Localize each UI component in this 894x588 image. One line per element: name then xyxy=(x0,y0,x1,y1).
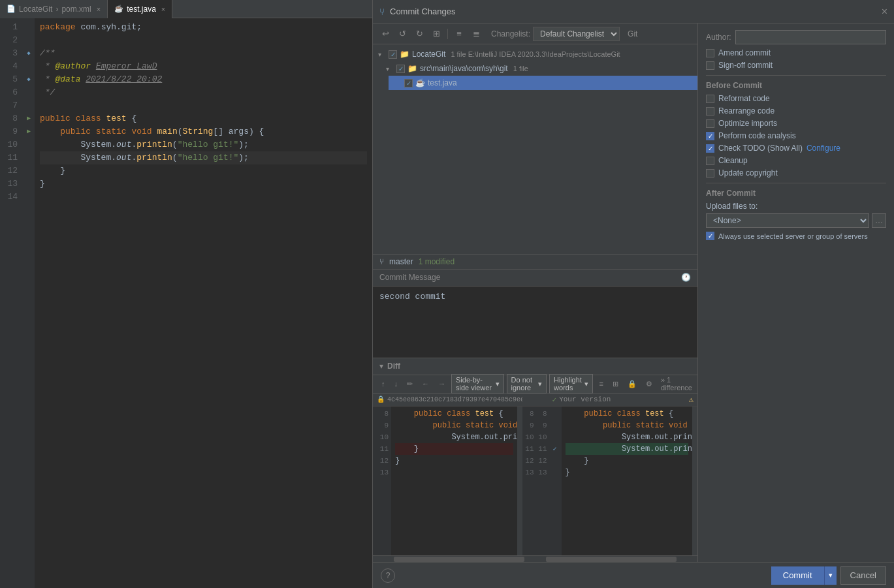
code-line-4: * @author Emperor_LawD xyxy=(40,60,367,73)
diff-hscroll[interactable] xyxy=(373,555,697,562)
diff-right-label: Your version xyxy=(559,395,611,403)
arrow-8[interactable]: ▶ xyxy=(27,112,31,125)
diff-btn-b[interactable]: ⊞ xyxy=(609,379,622,390)
diff-center-left-nums: 8910111213 xyxy=(522,407,535,556)
amend-commit-checkbox[interactable] xyxy=(706,49,714,57)
diff-collapse-arrow[interactable]: ▾ xyxy=(379,362,383,371)
upload-select[interactable]: <None> xyxy=(706,213,869,228)
check-todo-row: ✓ Check TODO (Show All) Configure xyxy=(706,144,886,153)
tab-close-pom[interactable]: × xyxy=(97,5,101,13)
diff-btn-a[interactable]: ≡ xyxy=(596,379,606,389)
tree-checkbox-src[interactable]: ✓ xyxy=(396,65,405,73)
author-row: Author: xyxy=(706,30,886,44)
tree-item-testjava[interactable]: ▾ ✓ ☕ test.java xyxy=(389,76,697,90)
commit-dropdown-button[interactable]: ▾ xyxy=(825,566,837,585)
changelist-select[interactable]: Default Changelist xyxy=(533,27,620,41)
status-bar: ⑂ master 1 modified xyxy=(373,254,697,270)
tree-label-locategit: LocateGit xyxy=(412,50,445,59)
always-use-row: ✓ Always use selected server or group of… xyxy=(706,232,886,241)
diff-center-nums: 8910111213 8910111213 xyxy=(522,394,549,556)
optimize-row: Optimize imports xyxy=(706,119,886,128)
toolbar-btn-6[interactable]: ≣ xyxy=(469,27,483,41)
close-button[interactable]: × xyxy=(882,6,887,18)
upload-label: Upload files to: xyxy=(706,202,886,211)
tab-label-java: test.java xyxy=(127,5,156,14)
always-use-checkbox[interactable]: ✓ xyxy=(706,232,714,240)
tree-arrow-locategit: ▾ xyxy=(378,51,386,58)
toolbar-btn-1[interactable]: ↩ xyxy=(378,27,392,41)
diff-left-hash: 4c45ee863c210c7183d79397e470485c9ee63ea7 xyxy=(387,396,522,403)
diff-edit-btn[interactable]: ✏ xyxy=(404,379,416,390)
diff-prev-btn[interactable]: ← xyxy=(419,379,432,389)
reformat-row: Reformat code xyxy=(706,94,886,103)
signoff-checkbox[interactable] xyxy=(706,61,714,70)
toolbar-btn-2[interactable]: ↺ xyxy=(395,27,409,41)
tree-item-src[interactable]: ▾ ✓ 📁 src\main\java\com\syh\git 1 file xyxy=(381,61,697,76)
commit-msg-input[interactable]: second commit xyxy=(373,286,697,358)
dialog-body: ↩ ↺ ↻ ⊞ ≡ ≣ Changelist: Default Changeli… xyxy=(373,23,894,562)
toolbar-btn-3[interactable]: ↻ xyxy=(412,27,426,41)
perform-code-checkbox[interactable]: ✓ xyxy=(706,132,714,140)
diff-viewer-label: Side-by-side viewer xyxy=(456,376,494,392)
commit-msg-label: Commit Message xyxy=(379,273,440,282)
tab-test-java[interactable]: ☕ test.java × xyxy=(108,0,172,18)
upload-browse-btn[interactable]: … xyxy=(872,213,886,228)
rearrange-checkbox[interactable] xyxy=(706,107,714,116)
reformat-label: Reformat code xyxy=(718,94,770,103)
diff-viewer-dropdown[interactable]: Side-by-side viewer ▾ xyxy=(451,374,504,394)
tree-checkbox-testjava[interactable]: ✓ xyxy=(404,79,413,87)
diff-down-btn[interactable]: ↓ xyxy=(391,379,402,389)
toolbar-btn-4[interactable]: ⊞ xyxy=(429,27,443,41)
check-cell-11[interactable]: ✓ xyxy=(552,443,556,455)
diff-btn-c[interactable]: 🔒 xyxy=(624,379,640,390)
diff-count: » 1 difference xyxy=(661,376,692,392)
code-line-14 xyxy=(40,191,367,204)
commit-button[interactable]: Commit xyxy=(771,566,825,585)
bookmark-5: ◆ xyxy=(27,73,30,86)
diff-ignore-label: Do not ignore xyxy=(511,376,537,392)
tree-checkbox-locategit[interactable]: ✓ xyxy=(389,50,397,59)
diff-content: 🔒 4c45ee863c210c7183d79397e470485c9ee63e… xyxy=(373,394,697,556)
editor-area: 📄 LocateGit › pom.xml × ☕ test.java × 12… xyxy=(0,0,372,588)
chevron-down-icon-3: ▾ xyxy=(584,380,588,388)
diff-right-scrollbar[interactable] xyxy=(692,407,697,556)
before-commit-title: Before Commit xyxy=(706,81,886,90)
help-button[interactable]: ? xyxy=(381,568,395,583)
diff-next-btn[interactable]: → xyxy=(435,379,449,389)
tab-close-java[interactable]: × xyxy=(161,5,165,13)
always-use-label: Always use selected server or group of s… xyxy=(718,232,868,241)
xml-icon: 📄 xyxy=(7,5,16,13)
cleanup-label: Cleanup xyxy=(718,156,748,165)
diff-left-scrollbar[interactable] xyxy=(517,407,522,556)
diff-left-line-10: System.out.println( xyxy=(395,431,513,443)
cancel-button[interactable]: Cancel xyxy=(840,566,886,585)
diff-up-btn[interactable]: ↑ xyxy=(378,379,389,389)
dialog-titlebar: ⑂ Commit Changes × xyxy=(373,0,894,23)
code-content[interactable]: package com.syh.git; /** * @author Emper… xyxy=(35,18,372,588)
tree-item-locategit[interactable]: ▾ ✓ 📁 LocateGit 1 file E:\IntelliJ IDEA … xyxy=(373,47,697,61)
diff-right-code-lines: public class test { public static void m… xyxy=(562,407,693,556)
update-copyright-checkbox[interactable] xyxy=(706,169,714,178)
commit-msg-clock-icon[interactable]: 🕐 xyxy=(681,273,691,282)
tab-pom-xml[interactable]: 📄 LocateGit › pom.xml × xyxy=(0,0,108,18)
reformat-checkbox[interactable] xyxy=(706,95,714,103)
diff-ignore-dropdown[interactable]: Do not ignore ▾ xyxy=(507,374,547,394)
diff-header: ▾ Diff xyxy=(373,358,697,375)
cleanup-checkbox[interactable] xyxy=(706,157,714,165)
diff-highlight-dropdown[interactable]: Highlight words ▾ xyxy=(549,374,593,394)
tree-sublabel-src: 1 file xyxy=(513,65,528,72)
git-panel-inner: Author: Amend commit Sign-off commit Bef… xyxy=(698,23,894,247)
author-input[interactable] xyxy=(735,30,886,44)
toolbar-btn-5[interactable]: ≡ xyxy=(452,27,466,41)
arrow-9[interactable]: ▶ xyxy=(27,125,31,138)
optimize-checkbox[interactable] xyxy=(706,119,714,128)
tree-label-testjava: test.java xyxy=(428,78,457,87)
check-todo-checkbox[interactable]: ✓ xyxy=(706,144,714,153)
chevron-down-icon-2: ▾ xyxy=(538,380,542,388)
configure-link[interactable]: Configure xyxy=(806,144,840,153)
check-cell-12 xyxy=(552,455,556,467)
diff-btn-d[interactable]: ⚙ xyxy=(643,379,656,390)
diff-right-panel: ✓ Your version ⚠ ✓ xyxy=(549,394,698,556)
diff-left-line-nums: 8910111213 xyxy=(373,407,391,556)
after-commit-title: After Commit xyxy=(706,189,886,198)
